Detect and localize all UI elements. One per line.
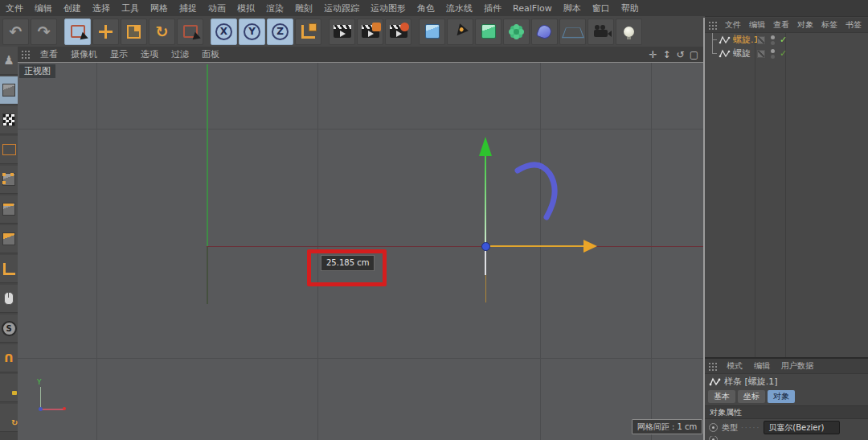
move-button[interactable] (92, 19, 119, 45)
enable-axis-button[interactable] (0, 255, 18, 283)
om-menu-item-0[interactable]: 文件 (721, 19, 745, 31)
render-settings-button[interactable] (357, 19, 383, 45)
live-selection-button[interactable] (64, 19, 91, 45)
viewport-menu-item-4[interactable]: 过滤 (165, 48, 195, 60)
viewport-canvas[interactable]: 25.185 cm 正视图 网格间距 : 1 cm Y (18, 63, 705, 440)
redo-button[interactable]: ↷ (31, 19, 57, 45)
polygons-mode-button[interactable] (0, 225, 18, 253)
tab-2[interactable]: 对象 (768, 390, 795, 403)
add-primitive-button[interactable] (419, 19, 445, 45)
gizmo-x-axis[interactable] (490, 245, 583, 247)
toggle-view-icon[interactable]: ▢ (688, 49, 700, 60)
viewport-menu-item-2[interactable]: 显示 (104, 48, 134, 60)
coordinate-system-button[interactable] (295, 19, 321, 45)
menubar-item-9[interactable]: 渲染 (260, 2, 289, 14)
model-mode-button[interactable] (0, 76, 18, 105)
menubar-item-7[interactable]: 动画 (203, 2, 231, 14)
menubar-item-15[interactable]: 插件 (478, 2, 507, 14)
menubar-item-16[interactable]: RealFlow (507, 3, 558, 14)
menubar-item-11[interactable]: 运动跟踪 (318, 2, 365, 14)
visibility-dots[interactable] (771, 49, 775, 59)
om-menu-item-4[interactable]: 标签 (817, 19, 841, 31)
viewport-menu-item-1[interactable]: 摄像机 (64, 48, 104, 60)
viewport-menu-item-5[interactable]: 面板 (195, 48, 226, 60)
add-camera-button[interactable] (588, 19, 614, 45)
snap-settings-button[interactable]: S (0, 315, 18, 343)
object-name[interactable]: 螺旋 (733, 47, 751, 60)
scale-button[interactable] (121, 19, 147, 45)
menubar-item-1[interactable]: 编辑 (29, 2, 58, 14)
gizmo-origin-handle[interactable] (481, 242, 490, 251)
visibility-dots[interactable] (771, 35, 775, 45)
keyframe-ring-icon[interactable] (709, 423, 718, 432)
menubar-item-0[interactable]: 文件 (0, 2, 29, 14)
om-menu-item-2[interactable]: 查看 (769, 19, 793, 31)
property-value-dropdown[interactable]: 贝塞尔(Bezier) (764, 421, 840, 434)
gizmo-x-arrowhead[interactable] (583, 240, 597, 253)
menubar-item-2[interactable]: 创建 (58, 2, 87, 14)
workplane-mode-button[interactable] (0, 136, 18, 164)
rotate-view-icon[interactable]: ↺ (674, 49, 686, 60)
pan-view-icon[interactable]: ✛ (647, 49, 659, 60)
object-row[interactable]: 螺旋.1✓ (705, 33, 868, 47)
add-generator-button[interactable] (475, 19, 502, 45)
viewport-menu-item-0[interactable]: 查看 (34, 48, 64, 60)
lock-y-axis-button[interactable]: Y (239, 19, 265, 45)
object-name[interactable]: 螺旋.1 (733, 34, 760, 46)
enable-check[interactable]: ✓ (780, 48, 787, 59)
convert-editable-button[interactable]: ♟ (0, 47, 18, 75)
render-view-button[interactable] (329, 19, 355, 45)
keyframe-ring-icon[interactable] (709, 436, 718, 440)
lock-workplane-button[interactable] (0, 374, 18, 402)
om-menu-item-5[interactable]: 书签 (841, 19, 866, 31)
add-deformer-button[interactable] (531, 19, 558, 45)
menubar-item-17[interactable]: 脚本 (558, 2, 587, 14)
tab-1[interactable]: 坐标 (738, 390, 765, 403)
menubar-item-13[interactable]: 角色 (411, 2, 440, 14)
add-environment-button[interactable] (559, 19, 586, 45)
menubar-item-3[interactable]: 选择 (87, 2, 116, 14)
render-picture-viewer-button[interactable] (385, 19, 411, 45)
object-row[interactable]: 螺旋✓ (705, 47, 868, 60)
tab-0[interactable]: 基本 (708, 390, 735, 403)
am-menu-item-2[interactable]: 用户数据 (776, 360, 819, 372)
menubar-item-19[interactable]: 帮助 (616, 2, 645, 14)
am-menu-item-1[interactable]: 编辑 (748, 360, 776, 372)
om-menu-item-3[interactable]: 对象 (793, 19, 817, 31)
add-spline-button[interactable] (447, 19, 473, 45)
helix-spline[interactable] (514, 161, 561, 224)
panel-grip-icon[interactable] (21, 50, 31, 59)
menubar-item-18[interactable]: 窗口 (587, 2, 616, 14)
menubar-item-4[interactable]: 工具 (116, 2, 145, 14)
menubar-item-10[interactable]: 雕刻 (289, 2, 318, 14)
enable-check[interactable]: ✓ (780, 35, 787, 45)
viewport-solo-button[interactable] (0, 285, 18, 313)
points-mode-button[interactable] (0, 166, 18, 194)
rotate-button[interactable]: ↻ (149, 19, 175, 45)
last-selection-button[interactable] (177, 19, 203, 45)
menubar-item-12[interactable]: 运动图形 (365, 2, 411, 14)
gizmo-y-axis[interactable] (485, 154, 486, 246)
enable-snap-button[interactable]: U (0, 344, 18, 372)
layer-toggle[interactable] (757, 50, 765, 58)
menubar-item-6[interactable]: 捕捉 (174, 2, 203, 14)
align-workplane-button[interactable] (0, 404, 18, 432)
lock-x-axis-button[interactable]: X (211, 19, 237, 45)
lock-z-axis-button[interactable]: Z (267, 19, 293, 45)
om-menu-item-1[interactable]: 编辑 (745, 19, 769, 31)
add-mograph-button[interactable] (503, 19, 530, 45)
texture-mode-button[interactable] (0, 106, 18, 134)
menubar-item-5[interactable]: 网格 (145, 2, 174, 14)
zoom-view-icon[interactable]: ↕ (661, 49, 673, 60)
gizmo-y-arrowhead[interactable] (479, 137, 492, 156)
edges-mode-button[interactable] (0, 195, 18, 224)
panel-grip-icon[interactable] (708, 21, 719, 30)
undo-button[interactable]: ↶ (2, 19, 29, 45)
add-light-button[interactable] (616, 19, 642, 45)
menubar-item-14[interactable]: 流水线 (440, 2, 478, 14)
layer-toggle[interactable] (757, 36, 765, 44)
menubar-item-8[interactable]: 模拟 (231, 2, 260, 14)
panel-grip-icon[interactable] (708, 362, 719, 371)
am-menu-item-0[interactable]: 模式 (721, 360, 748, 372)
viewport-menu-item-3[interactable]: 选项 (134, 48, 165, 60)
